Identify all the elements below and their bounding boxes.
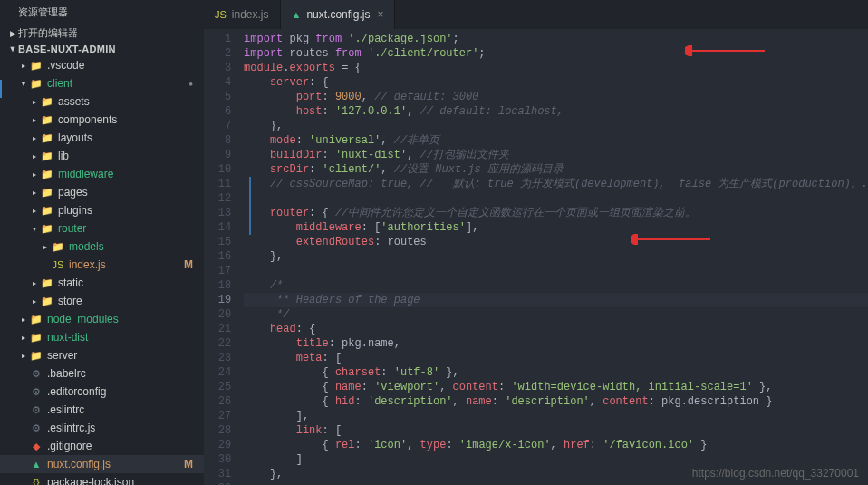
code-line[interactable] [244, 264, 868, 278]
tree-label: plugins [58, 204, 92, 217]
line-number: 26 [204, 394, 231, 409]
code-line[interactable]: }, [244, 119, 868, 133]
folder-item[interactable]: ▸📁lib [0, 147, 204, 165]
line-number: 22 [204, 336, 231, 351]
line-number: 4 [204, 75, 231, 90]
code-line[interactable]: port: 9000, // default: 3000 [244, 90, 868, 104]
tree-label: store [58, 295, 82, 307]
line-number: 13 [204, 206, 231, 220]
folder-item[interactable]: ▸📁store [0, 292, 204, 310]
chevron-icon: ▾ [18, 80, 29, 88]
code-line[interactable]: server: { [244, 75, 868, 90]
code-area[interactable]: 1234567891011121314151617181920212223242… [204, 29, 868, 485]
code-line[interactable]: ], [244, 409, 868, 423]
code-line[interactable]: module.exports = { [244, 61, 868, 75]
open-editors-section[interactable]: ▶ 打开的编辑器 [0, 24, 204, 42]
activity-indicator [0, 80, 2, 98]
folder-item[interactable]: ▸📁models [0, 238, 204, 256]
file-item[interactable]: ⚙.editorconfig [0, 383, 204, 401]
code-line[interactable]: host: '127.0.0.1', // default: localhost… [244, 104, 868, 119]
code-line[interactable] [244, 191, 868, 206]
config-icon: ⚙ [29, 404, 43, 416]
code-line[interactable]: { charset: 'utf-8' }, [244, 365, 868, 380]
code-line[interactable]: import routes from './client/router'; [244, 46, 868, 61]
line-number: 18 [204, 278, 231, 293]
code-line[interactable]: ** Headers of the page [244, 293, 868, 307]
code-line[interactable]: mode: 'universal', //非单页 [244, 133, 868, 148]
line-number: 29 [204, 438, 231, 452]
folder-item[interactable]: ▸📁node_modules [0, 310, 204, 328]
code-line[interactable]: head: { [244, 322, 868, 336]
code-line[interactable]: srcDir: 'client/', //设置 Nuxt.js 应用的源码目录 [244, 162, 868, 177]
folder-item[interactable]: ▸📁static [0, 274, 204, 292]
folder-item[interactable]: ▸📁middleware [0, 165, 204, 183]
chevron-icon: ▸ [18, 334, 29, 342]
folder-item[interactable]: ▸📁plugins [0, 201, 204, 219]
chevron-icon: ▸ [29, 134, 40, 142]
file-item[interactable]: ⚙.eslintrc.js [0, 419, 204, 437]
nuxt-icon: ▲ [29, 459, 43, 470]
file-item[interactable]: ▲nuxt.config.jsM [0, 455, 204, 473]
folder-item[interactable]: ▸📁server [0, 346, 204, 364]
code-line[interactable]: { name: 'viewport', content: 'width=devi… [244, 380, 868, 394]
code-line[interactable]: router: { //中间件允许您定义一个自定义函数运行在一个页面或一组页面渲… [244, 206, 868, 220]
folder-item[interactable]: ▸📁assets [0, 92, 204, 111]
code-line[interactable]: link: [ [244, 423, 868, 438]
line-number: 17 [204, 264, 231, 278]
line-number: 16 [204, 249, 231, 264]
explorer-title: 资源管理器 [0, 0, 204, 24]
file-item[interactable]: ⚙.eslintrc [0, 401, 204, 419]
editor-tab[interactable]: ▲nuxt.config.js× [281, 0, 396, 29]
code-line[interactable] [244, 481, 868, 485]
line-number: 27 [204, 409, 231, 423]
code-line[interactable]: buildDir: 'nuxt-dist', //打包输出文件夹 [244, 148, 868, 162]
folder-item[interactable]: ▸📁nuxt-dist [0, 328, 204, 346]
code-line[interactable]: // cssSourceMap: true, // 默认: true 为开发模式… [244, 177, 868, 191]
editor-tabs: JSindex.js▲nuxt.config.js× [204, 0, 868, 29]
file-item[interactable]: ◆.gitignore [0, 437, 204, 455]
code-line[interactable]: title: pkg.name, [244, 336, 868, 351]
line-number: 11 [204, 177, 231, 191]
line-number: 19 [204, 293, 231, 307]
folder-item[interactable]: ▸📁components [0, 111, 204, 129]
file-item[interactable]: JSindex.jsM [0, 256, 204, 274]
folder-item[interactable]: ▾📁router [0, 219, 204, 238]
tree-label: index.js [69, 258, 106, 271]
chevron-icon: ▸ [29, 279, 40, 287]
code-line[interactable]: middleware: ['authorities'], [244, 220, 868, 235]
folder-icon: 📁 [40, 187, 54, 199]
close-icon[interactable]: × [377, 8, 383, 21]
tree-label: router [58, 222, 86, 235]
line-number: 23 [204, 351, 231, 365]
chevron-down-icon: ▼ [7, 44, 18, 53]
code-line[interactable]: meta: [ [244, 351, 868, 365]
chevron-icon: ▾ [29, 225, 40, 233]
file-item[interactable]: {}package-lock.json [0, 473, 204, 485]
folder-item[interactable]: ▸📁pages [0, 183, 204, 201]
folder-item[interactable]: ▸📁.vscode [0, 56, 204, 74]
editor-tab[interactable]: JSindex.js [204, 0, 281, 29]
file-item[interactable]: ⚙.babelrc [0, 364, 204, 383]
line-number: 21 [204, 322, 231, 336]
tree-label: static [58, 276, 83, 289]
line-number: 10 [204, 162, 231, 177]
tree-label: models [69, 240, 104, 253]
code-line[interactable]: }, [244, 249, 868, 264]
open-editors-label: 打开的编辑器 [18, 26, 78, 40]
line-number: 1 [204, 32, 231, 46]
folder-item[interactable]: ▸📁layouts [0, 129, 204, 147]
line-number: 24 [204, 365, 231, 380]
code-line[interactable]: /* [244, 278, 868, 293]
workspace-section[interactable]: ▼ BASE-NUXT-ADMIN [0, 42, 204, 56]
code-line[interactable]: { rel: 'icon', type: 'image/x-icon', hre… [244, 438, 868, 452]
folder-item[interactable]: ▾📁client● [0, 74, 204, 92]
tree-label: assets [58, 95, 90, 108]
code-line[interactable]: ] [244, 452, 868, 467]
code-content[interactable]: import pkg from './package.json';import … [244, 29, 868, 485]
tree-label: middleware [58, 168, 113, 180]
code-line[interactable]: { hid: 'description', name: 'description… [244, 394, 868, 409]
code-line[interactable]: import pkg from './package.json'; [244, 32, 868, 46]
chevron-icon: ▸ [29, 98, 40, 106]
code-line[interactable]: */ [244, 307, 868, 322]
code-line[interactable]: extendRoutes: routes [244, 235, 868, 249]
